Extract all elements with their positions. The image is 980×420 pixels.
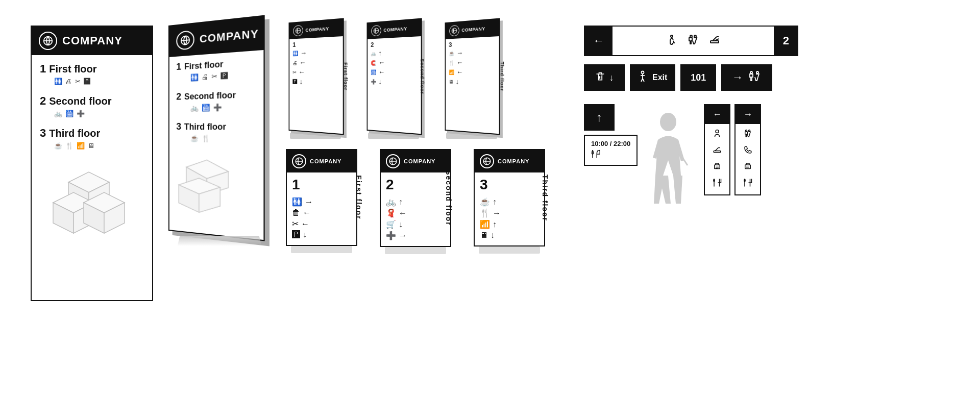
floor-third: 3 Third floor ☕ 🍴 📶 🖥 — [40, 127, 144, 150]
large-totem-1-floor-label: First floor — [354, 175, 362, 219]
time-display: 10:00 / 22:00 — [584, 135, 638, 166]
fork-icon-3 — [743, 178, 752, 189]
vertical-signs-pair: ← — [704, 104, 761, 195]
floor-icons-2: 🚲 🛗 ➕ — [54, 110, 144, 117]
flat-directory-sign: COMPANY 1 First floor 🚻 🖨 ✂ 🅿 2 Second f… — [31, 26, 153, 301]
right-arrow-icon: → — [732, 71, 743, 84]
exit-person-icon — [638, 70, 647, 85]
exit-sign: Exit — [630, 64, 675, 91]
company-name-1: COMPANY — [62, 34, 122, 47]
main-container: COMPANY 1 First floor 🚻 🖨 ✂ 🅿 2 Second f… — [0, 0, 980, 420]
totem-2-logo — [371, 25, 381, 37]
banner-number: 2 — [774, 27, 797, 55]
trash-icon — [595, 71, 605, 84]
phone-icon — [743, 145, 752, 157]
small-signs-group: COMPANY 1 🚻 → 🖨 — [286, 20, 564, 254]
floor-icons-3: ☕ 🍴 📶 🖥 — [54, 142, 144, 150]
floor-name-2: Second floor — [49, 95, 111, 107]
svg-point-27 — [642, 71, 644, 74]
large-totem-3-header: COMPANY — [475, 150, 544, 172]
print-icon-2 — [743, 162, 752, 173]
large-totem-2: COMPANY 2 🚲 ↑ 🧣 ← 🛒 — [380, 149, 451, 247]
room-number-cell: 101 — [680, 64, 716, 91]
large-totem-1-header: COMPANY — [287, 150, 356, 172]
up-arrow-icon: ↑ — [596, 110, 602, 125]
large-totem-wrap-1: COMPANY 1 🚻 → 🗑 ← ✂ — [286, 149, 357, 254]
up-arrow-banner: ↑ — [584, 104, 615, 131]
svg-point-30 — [660, 113, 676, 131]
large-totem-1: COMPANY 1 🚻 → 🗑 ← ✂ — [286, 149, 357, 246]
large-totem-3-base — [479, 246, 540, 254]
large-signs-row: COMPANY 1 🚻 → 🗑 ← ✂ — [286, 149, 564, 254]
floor-num-3: 3 — [40, 127, 46, 140]
large-totem-1-base — [291, 246, 352, 253]
escalator-icon — [708, 34, 721, 48]
room-number: 101 — [691, 72, 706, 83]
svg-rect-33 — [714, 151, 721, 153]
iso-company-name: COMPANY — [200, 27, 259, 45]
svg-point-25 — [694, 35, 696, 37]
large-totem-3-logo — [480, 154, 494, 168]
banner-icons-area — [612, 27, 774, 55]
arrow-restroom-cell: → — [721, 64, 772, 91]
svg-point-29 — [756, 71, 758, 73]
floor-second: 2 Second floor 🚲 🛗 ➕ — [40, 94, 144, 117]
iso-sign-body: 1 First floor 🚻 🖨 ✂ 🅿 2 Second floor — [169, 50, 263, 240]
logo-icon — [39, 32, 57, 50]
restroom-icon-3 — [743, 129, 752, 140]
accessibility-icon — [666, 34, 678, 48]
v-sign-right-header: → — [736, 105, 760, 124]
svg-point-32 — [716, 130, 719, 133]
svg-point-28 — [750, 71, 752, 73]
iso-floor-2: 2 Second floor 🚲 🛗 ➕ — [176, 88, 255, 112]
sign-header-1: COMPANY — [32, 27, 152, 55]
svg-point-24 — [690, 35, 692, 37]
v-sign-left-header: ← — [705, 105, 729, 124]
floor-num-1: 1 — [40, 62, 46, 76]
large-totem-wrap-2: COMPANY 2 🚲 ↑ 🧣 ← 🛒 — [380, 149, 451, 254]
iso-floor-3: 3 Third floor ☕ 🍴 — [176, 121, 255, 143]
banner-arrow-left: ← — [585, 27, 612, 55]
iso-sign-wrap: COMPANY 1 First floor 🚻 🖨 ✂ 🅿 — [168, 26, 271, 251]
iso-logo — [176, 30, 194, 51]
svg-point-36 — [749, 130, 750, 132]
up-time-section: ↑ 10:00 / 22:00 — [584, 104, 638, 166]
v-sign-right: → — [734, 104, 761, 195]
totem-sign-1: COMPANY 1 🚻 → 🖨 — [289, 18, 344, 135]
human-section — [648, 109, 689, 211]
large-totem-2-logo — [386, 154, 400, 168]
large-totem-3: COMPANY 3 ☕ ↑ 🍴 → 📶 — [474, 149, 545, 246]
iso-sign: COMPANY 1 First floor 🚻 🖨 ✂ 🅿 — [168, 15, 265, 241]
person-icon — [713, 129, 722, 140]
large-totem-2-base — [385, 247, 446, 254]
human-figure — [648, 109, 689, 211]
floor-num-2: 2 — [40, 94, 46, 108]
sign-body-1: 1 First floor 🚻 🖨 ✂ 🅿 2 Second floor 🚲 — [32, 55, 152, 300]
trash-down-cell: ↓ — [584, 64, 625, 91]
horizontal-banner: ← — [584, 26, 798, 56]
print-icon — [713, 162, 722, 173]
wf-small-signs-row: ↓ Exit 101 → — [584, 64, 949, 91]
time-text: 10:00 / 22:00 — [591, 140, 630, 147]
large-totem-2-header: COMPANY — [381, 150, 450, 172]
svg-point-35 — [746, 130, 747, 132]
totem-1-logo — [293, 25, 303, 37]
wayfinding-section: ← — [584, 26, 949, 211]
large-totem-1-logo — [292, 154, 306, 168]
totem-sign-2: COMPANY 2 🚲 ↑ 🧲 — [367, 18, 422, 135]
down-arrow-icon: ↓ — [609, 72, 614, 83]
totem-3-label: Third floor — [500, 62, 505, 92]
iso-floor-1: 1 First floor 🚻 🖨 ✂ 🅿 — [176, 56, 255, 82]
v-sign-left: ← — [704, 104, 730, 195]
totem-2-label: Second floor — [420, 59, 425, 94]
totem-1-label: First floor — [343, 62, 348, 91]
fork-icon-2 — [713, 178, 722, 189]
totem-sign-3: COMPANY 3 ☕ → 🍴 — [445, 18, 500, 135]
floor-name-1: First floor — [49, 63, 96, 75]
svg-rect-26 — [710, 41, 719, 43]
restroom-icon — [687, 34, 699, 48]
totem-3-logo — [449, 25, 459, 37]
floor-first: 1 First floor 🚻 🖨 ✂ 🅿 — [40, 62, 144, 85]
fork-icon — [591, 150, 600, 161]
escalator-icon-2 — [713, 145, 722, 157]
